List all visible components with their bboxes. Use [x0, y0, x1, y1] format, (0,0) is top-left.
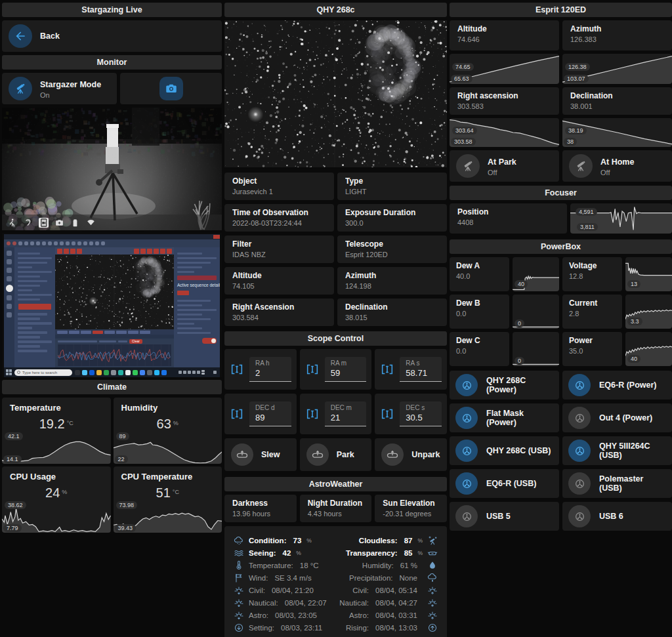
video-file-icon[interactable]	[39, 218, 49, 228]
power-card[interactable]: Power35.0	[562, 332, 622, 366]
taskbar-app-icon[interactable]	[96, 370, 102, 375]
type-card[interactable]: TypeLIGHT	[337, 173, 447, 200]
taskbar-app-icon[interactable]	[118, 370, 123, 375]
nina-tab-strip	[55, 329, 174, 335]
mount-ra-card[interactable]: Right ascension303.583	[450, 87, 559, 115]
sun-elevation-card[interactable]: Sun Elevation-20.31 degrees	[375, 495, 447, 522]
taskbar-app-icon[interactable]	[75, 370, 80, 375]
climate-sensor-card[interactable]: Temperature 19.2°C 42.1 14.1	[2, 398, 111, 464]
taskbar-app-icon[interactable]	[133, 370, 138, 375]
power-switch[interactable]: QHY 268C (USB)	[450, 436, 559, 465]
taskbar-app-icon[interactable]	[82, 370, 87, 375]
forecast-row: Civil:08/04, 05:14	[337, 584, 438, 596]
voltage-card[interactable]: Voltage12.8	[562, 257, 622, 291]
wifi-fan-icon[interactable]	[86, 218, 96, 228]
azimuth-card[interactable]: Azimuth124.198	[337, 267, 447, 295]
current-graph[interactable]: 3.3	[625, 295, 672, 329]
focuser-position-card[interactable]: Position4408	[450, 203, 567, 234]
power-switch[interactable]: Out 4 (Power)	[562, 403, 672, 432]
dew-c-card[interactable]: Dew C0.0	[450, 332, 509, 366]
stargazer-mode-toggle[interactable]: Stargazer Mode On	[2, 73, 117, 104]
ra-graph[interactable]: 303.64 303.58	[450, 118, 559, 147]
desktop-screenshot[interactable]: Clear Active sequence details	[2, 233, 222, 377]
power-switch[interactable]: EQ6-R (USB)	[450, 469, 559, 498]
taskbar-app-icon[interactable]	[111, 370, 116, 375]
dew-b-graph[interactable]: 0	[513, 295, 559, 329]
power-switch[interactable]: EQ6-R (Power)	[562, 371, 672, 400]
altitude-graph[interactable]: 74.65 65.63	[450, 54, 559, 84]
dec-seconds-input[interactable]: DEC s30.5	[375, 394, 447, 434]
webcam-feed[interactable]	[2, 108, 222, 230]
power-switch[interactable]: Flat Mask (Power)	[450, 403, 559, 432]
voltage-graph[interactable]: 13	[625, 257, 672, 291]
astroweather-forecast-card[interactable]: Condition:73% Seeing:42% Temperature:18 …	[224, 526, 447, 637]
power-switch[interactable]: USB 6	[562, 502, 672, 531]
taskbar-app-icon[interactable]	[147, 370, 152, 375]
battery-icon[interactable]	[70, 218, 80, 228]
taskbar-app-icon[interactable]	[104, 370, 109, 375]
right-ascension-card[interactable]: Right Ascension303.584	[224, 298, 334, 326]
clear-button[interactable]: Clear	[129, 339, 142, 344]
mount-altitude-card[interactable]: Altitude74.646	[450, 20, 559, 51]
unpark-button[interactable]: Unpark	[375, 438, 447, 471]
camera-icon	[159, 77, 183, 100]
mount-dec-card[interactable]: Declination38.001	[562, 87, 672, 115]
graph-min-label: 14.1	[3, 455, 22, 463]
back-label: Back	[40, 31, 60, 41]
at-park-indicator[interactable]: At ParkOff	[450, 150, 559, 182]
taskbar-search-input[interactable]: Type here to search	[14, 369, 72, 376]
azimuth-graph[interactable]: 126.38 103.07	[562, 54, 672, 84]
altitude-card[interactable]: Altitude74.105	[224, 267, 334, 295]
ra-hours-input[interactable]: RA h2	[224, 349, 297, 390]
time-of-observation-card[interactable]: Time of Observation2022-08-03T23:24:44	[224, 204, 334, 232]
camera-plus-icon[interactable]	[54, 218, 64, 228]
taskbar-app-icon[interactable]	[125, 370, 131, 375]
focuser-position-graph[interactable]: 4,591 3,811	[570, 203, 672, 234]
current-card[interactable]: Current2.8	[562, 295, 622, 329]
sensor-value: 19.2°C	[10, 417, 103, 432]
climate-sensor-card[interactable]: CPU Usage 24% 38.62 7.79	[2, 466, 111, 533]
taskbar-app-icon[interactable]	[140, 370, 145, 375]
object-card[interactable]: ObjectJurasevich 1	[224, 173, 334, 200]
taskbar-app-icon[interactable]	[161, 370, 167, 375]
taskbar-app-icon[interactable]	[89, 370, 94, 375]
dec-degrees-input[interactable]: DEC d89	[224, 394, 297, 434]
latest-capture[interactable]	[224, 20, 447, 167]
dew-c-graph[interactable]: 0	[513, 332, 559, 366]
ra-seconds-input[interactable]: RA s58.71	[375, 349, 447, 390]
dew-a-card[interactable]: Dew A40.0	[450, 257, 509, 291]
dashboard: Stargazing Live Back Monitor Stargazer M…	[0, 0, 672, 637]
night-duration-card[interactable]: Night Duration4.43 hours	[300, 495, 372, 522]
mount-azimuth-card[interactable]: Azimuth126.383	[562, 20, 672, 51]
climate-sensor-card[interactable]: Humidity 63% 89 22	[114, 398, 222, 464]
twilight-up-icon	[427, 585, 438, 596]
power-switch[interactable]: Polemaster (USB)	[562, 469, 672, 498]
power-switch[interactable]: USB 5	[450, 502, 559, 531]
close-button-icon[interactable]	[213, 235, 220, 239]
snapshot-button[interactable]	[120, 73, 222, 104]
exposure-duration-card[interactable]: Exposure Duration300.0	[337, 204, 447, 232]
park-button[interactable]: Park	[300, 438, 372, 471]
telescope-card[interactable]: TelescopeEsprit 120ED	[337, 236, 447, 263]
ear-icon[interactable]	[23, 218, 33, 228]
dec-minutes-input[interactable]: DEC m21	[300, 394, 372, 434]
taskbar-app-icon[interactable]	[154, 370, 159, 375]
walking-person-icon[interactable]	[7, 218, 17, 228]
darkness-card[interactable]: Darkness13.96 hours	[224, 495, 297, 522]
dew-a-graph[interactable]: 40	[513, 257, 559, 291]
sequence-toggle[interactable]	[202, 338, 217, 344]
climate-sensor-card[interactable]: CPU Temperature 51°C 73.98 39.43	[114, 466, 222, 533]
back-button[interactable]: Back	[2, 20, 222, 52]
taskbar-app-icons[interactable]	[75, 370, 167, 375]
dew-b-card[interactable]: Dew B0.0	[450, 295, 509, 329]
windows-start-icon[interactable]	[6, 369, 12, 375]
slew-button[interactable]: Slew	[224, 438, 297, 471]
dec-graph[interactable]: 38.19 38	[562, 118, 672, 147]
power-switch[interactable]: QHY 5III264C (USB)	[562, 436, 672, 465]
declination-card[interactable]: Declination38.015	[337, 298, 447, 326]
power-switch[interactable]: QHY 268C (Power)	[450, 371, 559, 400]
at-home-indicator[interactable]: At HomeOff	[562, 150, 672, 182]
power-graph[interactable]: 40	[625, 332, 672, 366]
ra-minutes-input[interactable]: RA m59	[300, 349, 372, 390]
filter-card[interactable]: FilterIDAS NBZ	[224, 236, 334, 263]
